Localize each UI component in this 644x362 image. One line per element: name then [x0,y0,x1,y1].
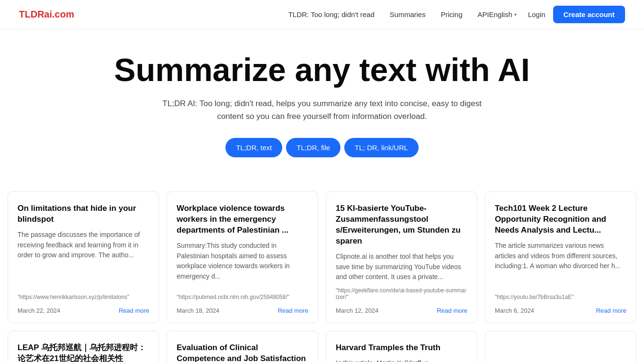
card-1[interactable]: On limitations that hide in your blindsp… [8,191,159,323]
card-3-footer: March 12, 2024 Read more [336,307,467,314]
hero-buttons: TL;DR, text TL;DR, file TL; DR, link/URL [19,138,625,157]
card-7-title: Harvard Tramples the Truth [336,343,467,353]
card-1-read-more[interactable]: Read more [119,307,149,314]
hero-section: Summarize any text with AI TL;DR AI: Too… [0,29,644,191]
card-4-title: Tech101 Week 2 Lecture Opportunity Recog… [495,203,626,236]
nav-link-summaries[interactable]: Summaries [390,10,426,18]
nav-link-tldr[interactable]: TLDR: Too long; didn't read [288,10,375,18]
card-1-footer: March 22, 2024 Read more [18,307,149,314]
card-3-summary: Clipnote.ai is another tool that helps y… [336,252,467,282]
card-5[interactable]: LEAP 乌托邦巡航｜乌托邦进程时：论艺术在21世纪的社会相关性 1. The … [8,331,159,362]
card-8[interactable] [485,331,636,362]
card-3-url: "https://geekflare.com/de/ai-based-youtu… [336,287,467,300]
card-2-read-more[interactable]: Read more [278,307,308,314]
card-3-read-more[interactable]: Read more [437,307,467,314]
btn-file[interactable]: TL;DR, file [286,138,340,157]
nav-link-pricing[interactable]: Pricing [441,10,463,18]
cards-row-1: On limitations that hide in your blindsp… [0,191,644,331]
card-2-url: "https://pubmed.ncbi.nlm.nih.gov/2594805… [177,294,308,300]
card-7[interactable]: Harvard Tramples the Truth In this artic… [326,331,477,362]
card-4-date: March 6, 2024 [495,307,534,314]
card-2[interactable]: Workplace violence towards workers in th… [167,191,318,323]
card-8-summary [495,347,626,362]
logo[interactable]: TLDRai.com [19,9,74,20]
card-5-title: LEAP 乌托邦巡航｜乌托邦进程时：论艺术在21世纪的社会相关性 [18,343,149,362]
card-2-summary: Summary:This study conducted in Palestin… [177,241,308,289]
card-1-url: "https://www.henrikkarlsson.xyz/p/limita… [18,294,149,300]
nav-link-api[interactable]: API [478,10,489,18]
card-2-date: March 18, 2024 [177,307,219,314]
card-1-title: On limitations that hide in your blindsp… [18,203,149,225]
chevron-down-icon: ▾ [514,12,517,17]
card-1-summary: The passage discusses the importance of … [18,230,149,289]
navbar: TLDRai.com TLDR: Too long; didn't read S… [0,0,644,29]
card-2-footer: March 18, 2024 Read more [177,307,308,314]
hero-subtitle: TL;DR AI: Too long; didn't read, helps y… [152,97,492,123]
card-3-title: 15 KI-basierte YouTube-Zusammenfassungst… [336,203,467,247]
card-6-title: Evaluation of Clinical Competence and Jo… [177,343,308,362]
card-4-summary: The article summarizes various news arti… [495,241,626,289]
card-4-footer: March 6, 2024 Read more [495,307,626,314]
card-6[interactable]: Evaluation of Clinical Competence and Jo… [167,331,318,362]
card-4[interactable]: Tech101 Week 2 Lecture Opportunity Recog… [485,191,636,323]
card-2-title: Workplace violence towards workers in th… [177,203,308,236]
card-1-date: March 22, 2024 [18,307,60,314]
cards-row-2: LEAP 乌托邦巡航｜乌托邦进程时：论艺术在21世纪的社会相关性 1. The … [0,331,644,362]
login-link[interactable]: Login [528,10,546,18]
language-label: English [489,10,512,18]
card-4-url: "https://youtu.be/7bBrsa3u1aE" [495,294,626,300]
btn-url[interactable]: TL; DR, link/URL [344,138,419,157]
hero-title: Summarize any text with AI [19,52,625,88]
language-selector[interactable]: English ▾ [489,10,517,18]
btn-text[interactable]: TL;DR, text [225,138,282,157]
card-7-summary: In this article, Martin Kulldorff, a [336,358,467,362]
card-3-date: March 12, 2024 [336,307,378,314]
card-4-read-more[interactable]: Read more [596,307,626,314]
card-3[interactable]: 15 KI-basierte YouTube-Zusammenfassungst… [326,191,477,323]
create-account-button[interactable]: Create account [553,6,625,23]
